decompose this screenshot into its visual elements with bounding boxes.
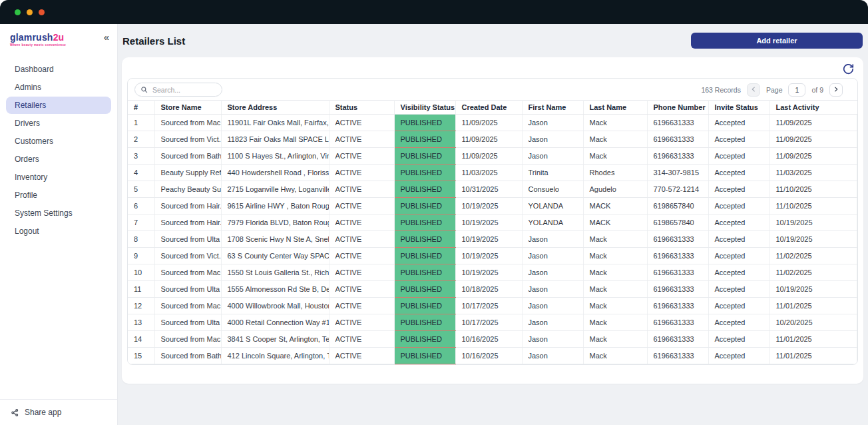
traffic-light-green[interactable]: [15, 9, 21, 15]
table-row[interactable]: 15Sourced from Bath...412 Lincoln Square…: [128, 348, 857, 364]
prev-page-button[interactable]: [747, 83, 760, 97]
cell-store_address: 440 Howdershell Road , Florissant ...: [221, 165, 329, 181]
table-row[interactable]: 6Sourced from Hair...9615 Airline HWY , …: [128, 198, 857, 214]
cell-visibility: PUBLISHED: [394, 348, 455, 364]
chevron-right-icon: [833, 85, 839, 95]
cell-last_activity: 11/01/2025: [769, 331, 857, 348]
sidebar-item-orders[interactable]: Orders: [6, 151, 111, 168]
cell-first_name: Trinita: [522, 165, 583, 181]
table-row[interactable]: 5Peachy Beauty Su...2715 Loganville Hwy,…: [128, 181, 857, 198]
table-row[interactable]: 3Sourced from Bath...1100 S Hayes St., A…: [128, 148, 857, 165]
share-app-button[interactable]: Share app: [0, 399, 117, 425]
window-titlebar: [0, 0, 868, 24]
cell-last_name: Mack: [583, 115, 647, 131]
cell-first_name: Jason: [522, 281, 583, 298]
sidebar-item-system-settings[interactable]: System Settings: [6, 205, 111, 222]
cell-first_name: Jason: [522, 248, 583, 264]
column-header-store_address: Store Address: [221, 101, 329, 115]
cell-num: 5: [128, 181, 154, 198]
cell-last_name: Mack: [583, 298, 647, 314]
cell-created: 10/19/2025: [455, 231, 522, 248]
table-row[interactable]: 7Sourced from Hair...7979 Florida BLVD, …: [128, 214, 857, 231]
sidebar-collapse-icon[interactable]: «: [104, 33, 109, 42]
cell-last_name: Agudelo: [583, 181, 647, 198]
cell-created: 11/03/2025: [455, 165, 522, 181]
table-row[interactable]: 4Beauty Supply Ref...440 Howdershell Roa…: [128, 165, 857, 181]
table-header-row: #Store NameStore AddressStatusVisibility…: [128, 101, 857, 115]
page-label: Page: [766, 86, 783, 94]
add-retailer-button[interactable]: Add retailer: [691, 33, 863, 49]
cell-last_name: Rhodes: [583, 165, 647, 181]
refresh-button[interactable]: [843, 63, 854, 75]
table-row[interactable]: 11Sourced from Ulta ...1555 Almonesson R…: [128, 281, 857, 298]
cell-phone: 6196631333: [647, 331, 708, 348]
cell-last_activity: 10/20/2025: [769, 314, 857, 331]
cell-invite: Accepted: [708, 231, 769, 248]
sidebar-item-logout[interactable]: Logout: [6, 222, 111, 240]
refresh-icon: [843, 67, 854, 77]
sidebar-item-inventory[interactable]: Inventory: [6, 169, 111, 186]
cell-last_activity: 11/09/2025: [769, 115, 857, 131]
cell-created: 10/19/2025: [455, 214, 522, 231]
cell-store_address: 1550 St Louis Galleria St., Richmon...: [221, 264, 329, 281]
cell-store_address: 4000 Willowbrook Mall, Houston , ...: [221, 298, 329, 314]
next-page-button[interactable]: [829, 83, 843, 97]
cell-num: 15: [128, 348, 154, 364]
cell-status: ACTIVE: [329, 214, 394, 231]
page-number-input[interactable]: [788, 83, 805, 97]
cell-visibility: PUBLISHED: [394, 165, 455, 181]
cell-created: 10/16/2025: [455, 331, 522, 348]
cell-visibility: PUBLISHED: [394, 331, 455, 348]
sidebar-item-retailers[interactable]: Retailers: [6, 97, 111, 114]
cell-created: 11/09/2025: [455, 115, 522, 131]
cell-store_address: 11901L Fair Oaks Mall, Fairfax, Virgi...: [221, 115, 329, 131]
main-content: Retailers List Add retailer: [118, 24, 868, 425]
table-row[interactable]: 1Sourced from Mac...11901L Fair Oaks Mal…: [128, 115, 857, 131]
cell-invite: Accepted: [708, 298, 769, 314]
cell-first_name: Jason: [522, 348, 583, 364]
cell-last_activity: 11/09/2025: [769, 131, 857, 148]
cell-last_name: Mack: [583, 148, 647, 165]
brand-name: glamrush: [10, 32, 53, 43]
cell-invite: Accepted: [708, 348, 769, 364]
cell-phone: 6196631333: [647, 115, 708, 131]
cell-visibility: PUBLISHED: [394, 281, 455, 298]
sidebar-item-customers[interactable]: Customers: [6, 133, 111, 150]
sidebar-item-dashboard[interactable]: Dashboard: [6, 61, 111, 78]
table-row[interactable]: 12Sourced from Mac...4000 Willowbrook Ma…: [128, 298, 857, 314]
cell-first_name: Jason: [522, 115, 583, 131]
cell-store_address: 9615 Airline HWY , Baton Rouge, L...: [221, 198, 329, 214]
traffic-light-yellow[interactable]: [27, 9, 33, 15]
cell-last_name: Mack: [583, 348, 647, 364]
table-row[interactable]: 14Sourced from Mac...3841 S Cooper St, A…: [128, 331, 857, 348]
table-row[interactable]: 13Sourced from Ulta ...4000 Retail Conne…: [128, 314, 857, 331]
table-row[interactable]: 2Sourced from Vict...11823 Fair Oaks Mal…: [128, 131, 857, 148]
table-row[interactable]: 8Sourced from Ulta ...1708 Scenic Hwy N …: [128, 231, 857, 248]
sidebar-item-admins[interactable]: Admins: [6, 79, 111, 96]
cell-last_activity: 10/19/2025: [769, 281, 857, 298]
cell-last_activity: 11/03/2025: [769, 165, 857, 181]
cell-last_activity: 10/19/2025: [769, 214, 857, 231]
cell-store_name: Sourced from Hair...: [154, 214, 221, 231]
sidebar-item-drivers[interactable]: Drivers: [6, 115, 111, 132]
cell-last_name: MACK: [583, 198, 647, 214]
cell-store_name: Beauty Supply Ref...: [154, 165, 221, 181]
cell-num: 13: [128, 314, 154, 331]
retailers-table-container: 163 Records Page of 9: [127, 78, 858, 365]
cell-last_name: Mack: [583, 264, 647, 281]
cell-phone: 6196631333: [647, 148, 708, 165]
cell-status: ACTIVE: [329, 314, 394, 331]
page-title: Retailers List: [122, 35, 185, 47]
cell-store_address: 7979 Florida BLVD, Baton Rouge, L...: [221, 214, 329, 231]
traffic-light-orange[interactable]: [39, 9, 45, 15]
cell-phone: 6196631333: [647, 264, 708, 281]
table-row[interactable]: 9Sourced from Vict...63 S County Center …: [128, 248, 857, 264]
table-row[interactable]: 10Sourced from Mac...1550 St Louis Galle…: [128, 264, 857, 281]
cell-created: 10/19/2025: [455, 248, 522, 264]
cell-created: 10/18/2025: [455, 281, 522, 298]
cell-visibility: PUBLISHED: [394, 248, 455, 264]
cell-visibility: PUBLISHED: [394, 148, 455, 165]
sidebar-item-profile[interactable]: Profile: [6, 187, 111, 204]
cell-invite: Accepted: [708, 314, 769, 331]
cell-store_name: Sourced from Vict...: [154, 131, 221, 148]
